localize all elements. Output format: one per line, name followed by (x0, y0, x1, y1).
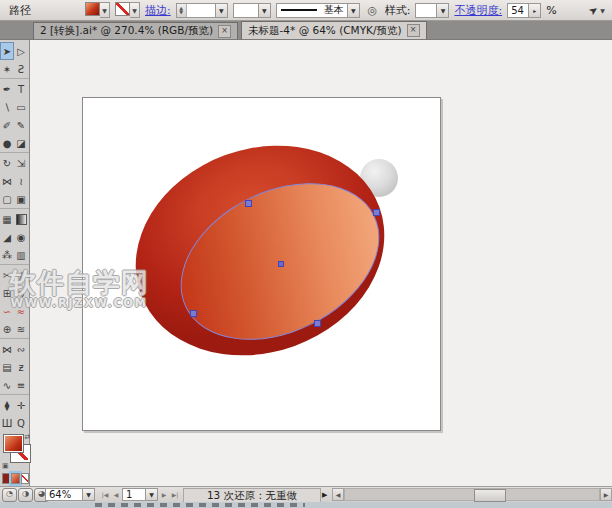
stroke-weight-stepper-icon[interactable]: ▲▼ (177, 4, 187, 17)
knife-tool[interactable]: ∕ (14, 266, 28, 284)
opacity-combo[interactable]: 54 ▸ (507, 3, 541, 18)
scribble-tool[interactable]: ƶ (14, 358, 28, 376)
direct-selection-tool[interactable]: ▷ (14, 42, 28, 60)
recolor-artwork-icon[interactable]: ◎ (365, 4, 380, 17)
brush-definition-value[interactable]: 基本 (321, 3, 347, 17)
blob-brush-tool[interactable]: ● (0, 134, 14, 152)
zoom-tool[interactable]: Q (14, 414, 28, 432)
warp-tool[interactable]: ≀ (14, 172, 28, 190)
magic-wand-tool[interactable]: ✶ (0, 60, 14, 78)
zoom-level-combo[interactable]: 64% ▼ (45, 488, 95, 501)
column-graph-tool[interactable]: ▥ (14, 246, 28, 264)
select-similar-control[interactable]: ➤ ▼ (589, 3, 607, 17)
none-mode-button[interactable] (21, 473, 29, 484)
document-tab[interactable]: 2 [转换].ai* @ 270.4% (RGB/预览)× (33, 22, 238, 39)
tab-close-icon[interactable]: × (407, 24, 420, 37)
fill-color-swatch[interactable] (85, 2, 100, 16)
default-fill-stroke-icon[interactable]: ▣ (2, 462, 9, 470)
opacity-dropdown-icon[interactable]: ▸ (528, 4, 540, 17)
path-eraser-tool[interactable]: ✛ (14, 396, 28, 414)
blend-tool[interactable]: ◉ (14, 228, 28, 246)
fill-indicator[interactable] (3, 434, 24, 453)
width-tool[interactable]: ⋈ (0, 172, 14, 190)
prev-artboard-button[interactable]: ◀ (111, 488, 121, 501)
width-profile-dropdown-icon[interactable]: ▼ (258, 4, 270, 17)
status-text-cell: 13 次还原：无重做 (183, 488, 321, 503)
canvas-area[interactable] (30, 40, 612, 486)
paintbrush-tool[interactable]: ✐ (0, 116, 14, 134)
free-transform-tool[interactable]: ▢ (0, 190, 14, 208)
mesh-tool[interactable]: ▦ (0, 210, 14, 228)
opacity-value[interactable]: 54 (508, 5, 528, 16)
stroke-weight-dropdown-icon[interactable]: ▼ (215, 4, 227, 17)
zigzag-tool[interactable]: ∿ (0, 376, 14, 394)
gradient-mode-button[interactable] (11, 473, 19, 484)
scale-tool[interactable]: ⇲ (14, 154, 28, 172)
status-expand-arrow[interactable]: ▶ (322, 488, 327, 501)
pen-tool[interactable]: ✒ (0, 80, 14, 98)
artboard-number-combo[interactable]: 1 ▼ (122, 488, 158, 501)
next-artboard-button[interactable]: ▶ (159, 488, 169, 501)
hscroll-left-arrow[interactable]: ◀ (332, 488, 344, 501)
globe-tool[interactable]: ⊕ (0, 320, 14, 338)
artboard-number-dropdown-icon[interactable]: ▼ (145, 489, 157, 500)
live-paint-bucket-tool[interactable]: ≈ (14, 302, 28, 320)
first-artboard-button[interactable]: |◀ (100, 488, 110, 501)
paint-mode-row (2, 473, 29, 484)
rotate-tool[interactable]: ↻ (0, 154, 14, 172)
wrinkle-tool[interactable]: ≋ (14, 320, 28, 338)
symbol-sprayer-tool[interactable]: ⁂ (0, 246, 14, 264)
fill-color-dropdown-icon[interactable]: ▼ (100, 2, 110, 18)
stroke-weight-combo[interactable]: ▲▼ ▼ (176, 3, 228, 18)
type-tool[interactable]: T (14, 80, 28, 98)
curvature-tool[interactable]: ∿ (14, 284, 28, 302)
shape-builder-tool[interactable]: ▣ (14, 190, 28, 208)
graphic-style-dropdown-icon[interactable]: ▼ (436, 4, 448, 17)
line-segment-tool[interactable]: ∖ (0, 98, 14, 116)
selection-tool[interactable]: ➤ (0, 42, 14, 60)
slice-tool[interactable]: ✂ (0, 266, 14, 284)
color-mode-button[interactable] (2, 473, 10, 484)
screen-mode-menu-button[interactable]: ◑ (18, 488, 33, 502)
brush-definition-dropdown-icon[interactable]: ▼ (347, 4, 359, 17)
document-tab-bar: 2 [转换].ai* @ 270.4% (RGB/预览)×未标题-4* @ 64… (0, 21, 612, 40)
stroke-color-dropdown-icon[interactable]: ▼ (130, 2, 140, 18)
opacity-link[interactable]: 不透明度: (454, 3, 502, 18)
perspective-grid-tool[interactable]: ⊞ (0, 284, 14, 302)
live-trace-tool[interactable]: ∽ (0, 302, 14, 320)
horizontal-scrollbar[interactable] (344, 488, 600, 501)
width-profile-combo[interactable]: ▼ (233, 3, 271, 18)
zoom-level-dropdown-icon[interactable]: ▼ (82, 489, 94, 500)
graph-tool[interactable]: ▤ (0, 358, 14, 376)
measure-tool[interactable]: ⧫ (0, 396, 14, 414)
stroke-link[interactable]: 描边: (145, 3, 171, 18)
hscroll-right-arrow[interactable]: ▶ (600, 488, 612, 501)
anchor-point[interactable] (314, 320, 321, 327)
center-point[interactable] (278, 261, 284, 267)
last-artboard-button[interactable]: ▶| (170, 488, 180, 501)
zoom-level-value[interactable]: 64% (46, 489, 82, 500)
document-tab[interactable]: 未标题-4* @ 64% (CMYK/预览)× (241, 21, 427, 39)
anchor-point[interactable] (245, 200, 252, 207)
anchor-point[interactable] (190, 310, 197, 317)
options-list-tool[interactable]: ≡ (14, 376, 28, 394)
bloat-tool[interactable]: ⋈ (0, 340, 14, 358)
rectangle-tool[interactable]: ▭ (14, 98, 28, 116)
brush-definition-combo[interactable]: 基本 ▼ (276, 3, 360, 18)
eyedropper-tool[interactable]: ◢ (0, 228, 14, 246)
eraser-tool[interactable]: ◪ (14, 134, 28, 152)
tab-close-icon[interactable]: × (218, 25, 231, 38)
gradient-tool[interactable] (14, 210, 28, 228)
swap-fill-stroke-icon[interactable]: ⇄ (24, 433, 30, 441)
graphic-style-combo[interactable]: ▼ (415, 3, 449, 18)
hscroll-thumb[interactable] (474, 489, 506, 502)
artboard-number-value[interactable]: 1 (123, 489, 145, 500)
pucker-tool[interactable]: ∾ (14, 340, 28, 358)
lasso-tool[interactable]: Ƨ (14, 60, 28, 78)
stroke-color-swatch[interactable] (115, 2, 130, 16)
anchor-point[interactable] (373, 209, 380, 216)
tools-panel: ➤▷✶Ƨ✒T∖▭✐✎●◪↻⇲⋈≀▢▣▦◢◉⁂▥✂∕⊞∿∽≈⊕≋⋈∾▤ƶ∿≡⧫✛Ш… (0, 40, 30, 502)
screen-mode-normal-button[interactable]: ◔ (2, 488, 17, 502)
hand-tool[interactable]: Ш (0, 414, 14, 432)
pencil-tool[interactable]: ✎ (14, 116, 28, 134)
